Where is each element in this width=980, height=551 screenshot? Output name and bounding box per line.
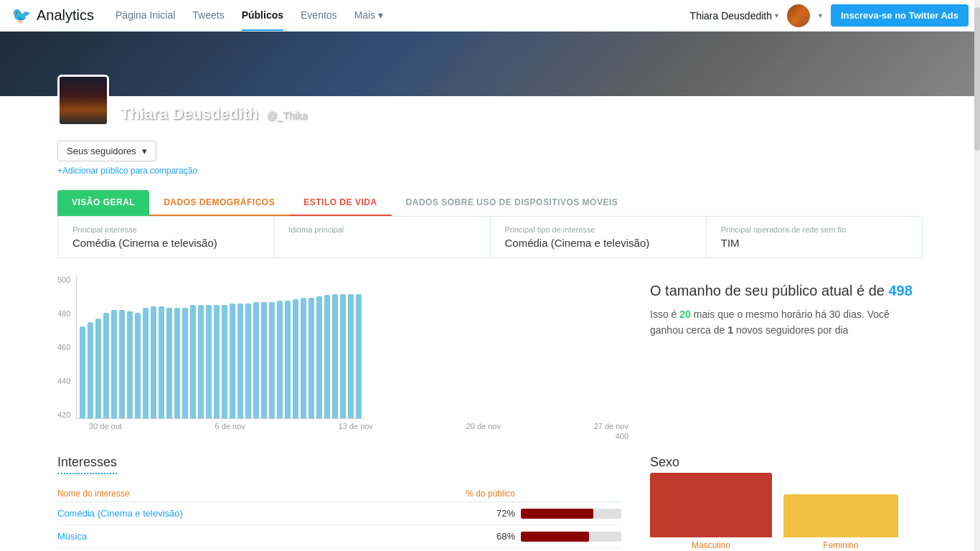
scrollbar[interactable]	[974, 0, 980, 551]
avatar[interactable]	[787, 4, 810, 27]
chart-bar	[245, 303, 251, 418]
x-label-1: 6 de nov	[215, 422, 245, 430]
interest-pct: 68%	[413, 525, 521, 548]
gender-bar-wrap: Feminino	[783, 494, 898, 550]
add-comparison-link[interactable]: +Adicionar público para comparação	[57, 166, 923, 176]
chart-bar	[143, 308, 149, 418]
chart-bar	[127, 311, 133, 418]
interest-name[interactable]: Comédia (Cinema e televisão)	[57, 502, 413, 525]
chart-bar	[285, 301, 291, 418]
tab-dados-demograficos[interactable]: DADOS DEMOGRÁFICOS	[149, 190, 289, 216]
visao-value: Comédia (Cinema e televisão)	[72, 237, 259, 249]
gender-title: Sexo	[650, 455, 923, 470]
nav-links: Página Inicial Tweets Públicos Eventos M…	[116, 1, 690, 31]
x-label-4: 27 de nov	[594, 422, 628, 430]
chart-area	[76, 276, 364, 419]
chart-bar	[237, 303, 243, 418]
nav-link-eventos[interactable]: Eventos	[301, 1, 337, 31]
chart-bar	[222, 305, 227, 418]
chart-bar	[111, 310, 117, 418]
tab-bar: VISÃO GERAL DADOS DEMOGRÁFICOS ESTILO DE…	[57, 190, 923, 217]
y-label-440: 440	[57, 377, 70, 385]
tab-dispositivos[interactable]: DADOS SOBRE USO DE DISPOSITIVOS MÓVEIS	[392, 190, 633, 216]
col-pct-header: % do público	[413, 486, 521, 502]
y-label-480: 480	[57, 309, 70, 318]
tab-content: Principal interesse Comédia (Cinema e te…	[57, 217, 923, 258]
chart-bars	[77, 275, 364, 418]
interest-name[interactable]: Notícias e informações gerais sobre cine…	[57, 548, 413, 552]
interests-table: Nome do interesse % do público Comédia (…	[57, 486, 621, 551]
x-label-3: 20 de nov	[466, 422, 501, 430]
nav-link-pagina-inicial[interactable]: Página Inicial	[116, 1, 175, 31]
chart-bar	[348, 294, 354, 418]
y-label-420: 420	[57, 410, 70, 419]
bottom-section: Interesses Nome do interesse % do públic…	[57, 455, 923, 551]
scrollbar-thumb[interactable]	[974, 7, 980, 151]
nav-user[interactable]: Thiara Deusdedith ▾	[690, 10, 778, 22]
chart-bar	[253, 302, 259, 418]
chart-bar	[269, 302, 275, 418]
chart-bar	[103, 313, 109, 418]
main-content: Seus seguidores ▾ +Adicionar público par…	[0, 126, 980, 551]
table-row: Música 68%	[57, 525, 621, 548]
audience-size-info: O tamanho de seu público atual é de 498 …	[650, 276, 923, 441]
nav-link-tweets[interactable]: Tweets	[192, 1, 224, 31]
chart-bar	[166, 308, 172, 418]
y-label-460: 460	[57, 343, 70, 352]
audience-dropdown[interactable]: Seus seguidores ▾	[57, 141, 156, 161]
gender-label: Masculino	[692, 540, 730, 550]
chart-bar	[293, 299, 298, 418]
profile-name: Thiara Deusdedith @_Thika	[121, 105, 307, 123]
visao-label: Principal interesse	[72, 225, 259, 234]
chart-bar	[340, 294, 346, 418]
gender-bar	[783, 494, 898, 537]
chart-bar	[301, 298, 306, 418]
gender-bar-wrap: Masculino	[650, 473, 772, 550]
chart-bar	[261, 302, 267, 418]
chart-bar	[88, 322, 93, 418]
dispositivos-label: Principal operadora de rede sem fio	[721, 225, 908, 234]
dispositivos-value: TIM	[721, 237, 908, 249]
interests-title: Interesses	[57, 455, 117, 474]
audience-size-title: O tamanho de seu público atual é de 498	[650, 283, 923, 299]
audience-desc: Isso é 20 mais que o mesmo horário há 30…	[650, 306, 923, 339]
chart-bar	[332, 294, 338, 418]
avatar-caret-icon: ▾	[819, 11, 822, 19]
interest-bar-cell	[521, 548, 621, 552]
table-row: Comédia (Cinema e televisão) 72%	[57, 502, 621, 525]
section-estilo: Principal tipo de interesse Comédia (Cin…	[491, 217, 707, 258]
tab-estilo-de-vida[interactable]: ESTILO DE VIDA	[289, 190, 391, 216]
chart-bar	[324, 295, 330, 418]
chart-x-labels: 30 de out 6 de nov 13 de nov 20 de nov 2…	[57, 419, 628, 430]
app-title: Analytics	[37, 7, 94, 24]
interest-name[interactable]: Música	[57, 525, 413, 548]
twitter-logo: 🐦	[11, 6, 31, 25]
tab-visao-geral[interactable]: VISÃO GERAL	[57, 190, 149, 216]
estilo-label: Principal tipo de interesse	[505, 225, 692, 234]
chart-bar	[182, 308, 188, 418]
y-label-500: 500	[57, 276, 70, 284]
chart-container: 500 480 460 440 420 30 de out 6 de nov 1…	[57, 276, 923, 441]
profile-section: Thiara Deusdedith @_Thika	[0, 75, 980, 126]
estilo-value: Comédia (Cinema e televisão)	[505, 237, 692, 249]
chart-bar	[174, 308, 180, 418]
chart-wrapper: 500 480 460 440 420	[57, 276, 628, 419]
nav-link-mais[interactable]: Mais ▾	[354, 1, 383, 31]
section-visao: Principal interesse Comédia (Cinema e te…	[58, 217, 274, 258]
interest-bar-cell	[521, 525, 621, 548]
chart-bar	[308, 298, 314, 418]
dem-label: Idioma principal	[288, 225, 475, 234]
user-caret-icon: ▾	[775, 11, 778, 19]
chart-bar	[198, 305, 204, 418]
nav-link-publicos[interactable]: Públicos	[242, 1, 283, 31]
chart-bar	[151, 306, 156, 418]
signup-button[interactable]: Inscreva-se no Twitter Ads	[831, 4, 969, 27]
chart-bar	[356, 294, 362, 418]
gender-chart: Masculino Feminino	[650, 479, 923, 550]
profile-info: Thiara Deusdedith @_Thika	[121, 105, 307, 126]
x-label-2: 13 de nov	[339, 422, 373, 430]
gender-bar	[650, 473, 772, 537]
chart-bar	[316, 296, 322, 418]
chart-left: 500 480 460 440 420 30 de out 6 de nov 1…	[57, 276, 628, 441]
nav-right: Thiara Deusdedith ▾ ▾ Inscreva-se no Twi…	[690, 4, 969, 27]
